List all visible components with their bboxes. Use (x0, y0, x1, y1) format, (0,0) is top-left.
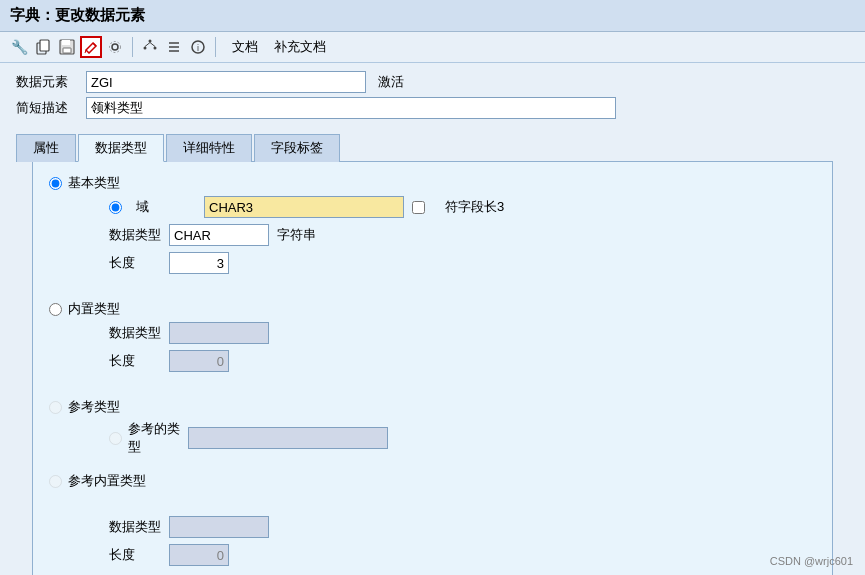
ref-type-label: 参考类型 (68, 398, 120, 416)
builtin-inner: 数据类型 长度 (109, 322, 816, 372)
title-text: 字典：更改数据元素 (10, 6, 145, 23)
char-length-checkbox[interactable] (412, 201, 425, 214)
basic-type-label: 基本类型 (68, 174, 120, 192)
save-icon[interactable] (56, 36, 78, 58)
basic-type-radio[interactable] (49, 177, 62, 190)
length2-row: 长度 (109, 350, 816, 372)
tabs-row: 属性 数据类型 详细特性 字段标签 (16, 133, 849, 161)
tab-fieldtag[interactable]: 字段标签 (254, 134, 340, 162)
menu-supplement[interactable]: 补充文档 (274, 38, 326, 56)
footer-watermark: CSDN @wrjc601 (770, 555, 853, 567)
datatype3-label: 数据类型 (109, 518, 169, 536)
data-element-input[interactable] (86, 71, 366, 93)
builtin-type-row: 内置类型 (49, 300, 816, 318)
length3-row: 长度 (109, 544, 816, 566)
tools-icon[interactable]: 🔧 (8, 36, 30, 58)
short-desc-row: 简短描述 (16, 97, 849, 119)
length1-row: 长度 (109, 252, 816, 274)
svg-point-11 (154, 47, 157, 50)
ref-inner: 参考的类型 (109, 420, 816, 456)
toolbar-separator-1 (132, 37, 133, 57)
svg-point-10 (144, 47, 147, 50)
edit-icon[interactable] (80, 36, 102, 58)
tree-icon[interactable] (139, 36, 161, 58)
type-text: 字符串 (277, 226, 316, 244)
domain-input[interactable] (204, 196, 404, 218)
svg-line-6 (85, 50, 86, 53)
reftype-row: 参考的类型 (109, 420, 816, 456)
toolbar: 🔧 i 文档 补充文档 (0, 32, 865, 63)
svg-point-9 (149, 40, 152, 43)
svg-text:i: i (197, 43, 199, 53)
data-element-status: 激活 (378, 73, 404, 91)
svg-line-12 (145, 43, 150, 47)
spacer2 (49, 388, 816, 398)
title-bar: 字典：更改数据元素 (0, 0, 865, 32)
ref-builtin-radio[interactable] (49, 475, 62, 488)
builtin-type-radio[interactable] (49, 303, 62, 316)
ref-sub-radio[interactable] (109, 432, 122, 445)
domain-label: 域 (136, 198, 196, 216)
reftype-label: 参考的类型 (128, 420, 188, 456)
datatype1-row: 数据类型 字符串 (109, 224, 816, 246)
ref-builtin-label: 参考内置类型 (68, 472, 146, 490)
svg-rect-3 (62, 40, 70, 45)
datatype1-label: 数据类型 (109, 226, 169, 244)
domain-row: 域 符字段长3 (109, 196, 816, 218)
svg-rect-4 (63, 48, 71, 53)
data-element-row: 数据元素 激活 (16, 71, 849, 93)
menu-docs[interactable]: 文档 (232, 38, 258, 56)
ref-type-section: 参考类型 参考的类型 参考内置类型 (49, 398, 816, 490)
tabs-container: 属性 数据类型 详细特性 字段标签 基本类型 域 (16, 133, 849, 575)
tab-datatype[interactable]: 数据类型 (78, 134, 164, 162)
length2-input[interactable] (169, 350, 229, 372)
copy-icon[interactable] (32, 36, 54, 58)
content-panel: 基本类型 域 符字段长3 数据类型 字符串 (32, 161, 833, 575)
datatype2-label: 数据类型 (109, 324, 169, 342)
basic-type-row: 基本类型 (49, 174, 816, 192)
datatype3-row: 数据类型 (109, 516, 816, 538)
config-icon[interactable] (104, 36, 126, 58)
short-desc-label: 简短描述 (16, 99, 86, 117)
ref-type-radio[interactable] (49, 401, 62, 414)
list-icon[interactable] (163, 36, 185, 58)
svg-rect-1 (40, 40, 49, 51)
length1-label: 长度 (109, 254, 169, 272)
short-desc-input[interactable] (86, 97, 616, 119)
spacer1 (49, 290, 816, 300)
tab-properties[interactable]: 属性 (16, 134, 76, 162)
svg-line-13 (150, 43, 155, 47)
svg-point-8 (110, 42, 121, 53)
domain-radio[interactable] (109, 201, 122, 214)
info-icon[interactable]: i (187, 36, 209, 58)
datatype3-input[interactable] (169, 516, 269, 538)
tab-details[interactable]: 详细特性 (166, 134, 252, 162)
ref-builtin-row: 参考内置类型 (49, 472, 816, 490)
length3-input[interactable] (169, 544, 229, 566)
domain-section: 域 符字段长3 数据类型 字符串 长度 (109, 196, 816, 274)
builtin-type-label: 内置类型 (68, 300, 120, 318)
basic-type-section: 基本类型 域 符字段长3 数据类型 字符串 (49, 174, 816, 274)
length3-label: 长度 (109, 546, 169, 564)
ref-type-row: 参考类型 (49, 398, 816, 416)
spacer4 (49, 506, 816, 516)
datatype2-input[interactable] (169, 322, 269, 344)
form-area: 数据元素 激活 简短描述 (0, 63, 865, 127)
data-element-label: 数据元素 (16, 73, 86, 91)
bottom-section: 数据类型 长度 (109, 516, 816, 566)
reftype-input[interactable] (188, 427, 388, 449)
length2-label: 长度 (109, 352, 169, 370)
toolbar-separator-2 (215, 37, 216, 57)
svg-point-7 (112, 44, 118, 50)
builtin-type-section: 内置类型 数据类型 长度 (49, 300, 816, 372)
svg-line-5 (93, 43, 96, 46)
datatype2-row: 数据类型 (109, 322, 816, 344)
char-length-label: 符字段长3 (445, 198, 504, 216)
length1-input[interactable] (169, 252, 229, 274)
datatype1-input[interactable] (169, 224, 269, 246)
spacer3 (49, 462, 816, 472)
toolbar-menu: 文档 补充文档 (232, 38, 326, 56)
